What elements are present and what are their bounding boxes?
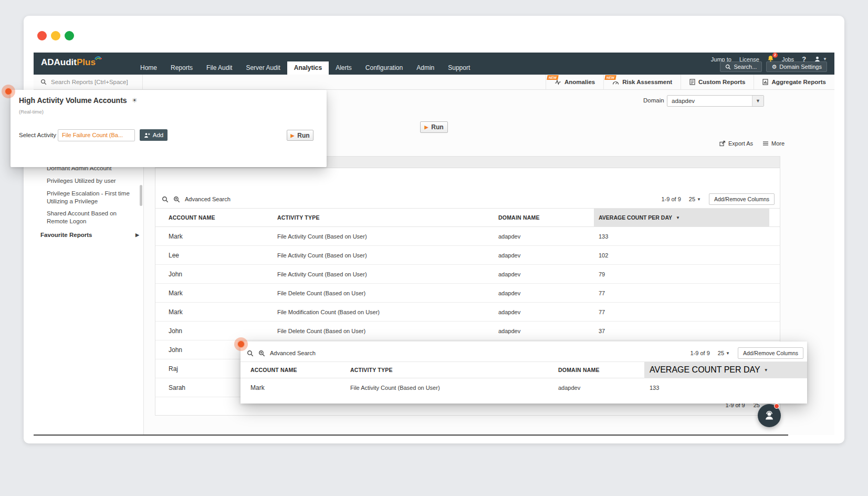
cell-account: Sarah <box>169 384 185 391</box>
tab-analytics[interactable]: Analytics <box>287 61 329 75</box>
table-header: ACCOUNT NAME ACTIVITY TYPE DOMAIN NAME A… <box>155 208 780 227</box>
table-toolbar-right: 1-9 of 9 25 ▼ Add/Remove Columns <box>661 193 775 205</box>
chevron-down-icon: ▼ <box>697 197 701 202</box>
advanced-search-icon[interactable] <box>258 350 265 357</box>
document-icon <box>689 79 695 85</box>
aggregate-reports-link[interactable]: Aggregate Reports <box>754 75 834 89</box>
gauge-icon <box>612 79 619 85</box>
table-row[interactable]: Mark File Activity Count (Based on User)… <box>155 227 780 246</box>
column-domain-name[interactable]: DOMAIN NAME <box>498 214 540 221</box>
tab-admin[interactable]: Admin <box>410 61 441 75</box>
table-row[interactable]: John File Delete Count (Based on User) a… <box>155 322 780 340</box>
advanced-search-label[interactable]: Advanced Search <box>270 350 316 356</box>
logo-swoosh-icon <box>94 55 102 60</box>
sidebar-item-shared-account[interactable]: Shared Account Based on Remote Logon <box>47 210 131 225</box>
report-quick-links: NEW Anomalies NEW Risk Assessment <box>546 75 834 89</box>
cell-account: Lee <box>169 252 179 259</box>
cell-account: John <box>169 327 182 335</box>
bar-report-icon <box>762 79 768 85</box>
select-activity-label: Select Activity <box>19 129 56 141</box>
column-activity-type[interactable]: ACTIVITY TYPE <box>350 367 393 373</box>
cell-domain: adapdev <box>558 385 580 391</box>
app-logo[interactable]: ADAuditPlus <box>41 57 104 68</box>
more-button[interactable]: More <box>762 140 785 147</box>
table-row[interactable]: John File Activity Count (Based on User)… <box>155 265 780 284</box>
column-average-count-sort[interactable]: AVERAGE COUNT PER DAY ▼ <box>644 362 807 378</box>
new-badge: NEW <box>547 75 559 80</box>
cell-count: 102 <box>599 252 608 259</box>
list-icon <box>762 140 769 147</box>
risk-assessment-link[interactable]: NEW Risk Assessment <box>603 75 681 89</box>
activity-select-field[interactable]: File Failure Count (Ba... <box>58 129 135 141</box>
overlay-table-row[interactable]: Mark File Activity Count (Based on User)… <box>240 378 807 397</box>
run-report-button[interactable]: ▶ Run <box>420 121 448 133</box>
page-size-dropdown[interactable]: 25 ▼ <box>718 350 730 356</box>
tab-file-audit[interactable]: File Audit <box>200 61 239 75</box>
popup-run-button[interactable]: ▶ Run <box>287 130 313 141</box>
add-remove-columns-button[interactable]: Add/Remove Columns <box>709 193 775 205</box>
tab-reports[interactable]: Reports <box>164 61 200 75</box>
export-actions: Export As More <box>719 140 785 147</box>
column-domain-name[interactable]: DOMAIN NAME <box>558 367 600 373</box>
domain-dropdown[interactable]: adapdev ▼ <box>667 95 764 107</box>
cell-count: 77 <box>599 309 605 315</box>
sidebar-item-privileges-utilized[interactable]: Privileges Utilized by user <box>47 177 131 185</box>
zoom-window-button[interactable] <box>65 31 74 40</box>
chevron-right-icon: ▶ <box>135 232 139 237</box>
minimize-window-button[interactable] <box>51 31 60 40</box>
tab-home[interactable]: Home <box>133 61 164 75</box>
cell-account: Mark <box>169 233 183 240</box>
support-agent-icon <box>764 410 775 421</box>
report-search-input[interactable] <box>51 79 138 85</box>
search-icon[interactable] <box>162 196 169 203</box>
table-row[interactable]: Mark File Delete Count (Based on User) a… <box>155 284 780 303</box>
global-search-label: Search... <box>734 64 757 70</box>
global-search-button[interactable]: Search... <box>720 61 762 72</box>
export-icon <box>719 140 726 147</box>
cell-domain: adapdev <box>498 271 520 277</box>
aggregate-reports-label: Aggregate Reports <box>771 79 826 85</box>
column-account-name[interactable]: ACCOUNT NAME <box>169 214 215 221</box>
close-window-button[interactable] <box>37 31 47 40</box>
tab-server-audit[interactable]: Server Audit <box>239 61 287 75</box>
cell-account: John <box>169 271 182 278</box>
table-row[interactable]: Mark File Modification Count (Based on U… <box>155 303 780 322</box>
report-search <box>34 75 143 89</box>
anomalies-label: Anomalies <box>564 79 595 85</box>
column-account-name[interactable]: ACCOUNT NAME <box>250 367 297 373</box>
add-remove-columns-button[interactable]: Add/Remove Columns <box>738 347 803 359</box>
search-icon[interactable] <box>247 350 254 357</box>
export-as-button[interactable]: Export As <box>719 140 753 147</box>
popup-run-label: Run <box>297 132 309 139</box>
sidebar-scrollbar[interactable] <box>140 185 142 206</box>
sun-icon[interactable]: ☀ <box>132 97 138 104</box>
column-average-count-sort[interactable]: AVERAGE COUNT PER DAY ▼ <box>594 209 769 226</box>
sidebar-item-favourite-reports[interactable]: Favourite Reports ▶ <box>40 232 139 238</box>
advanced-search-icon[interactable] <box>173 196 180 203</box>
anomalies-link[interactable]: NEW Anomalies <box>546 75 603 89</box>
sidebar-item-privilege-escalation[interactable]: Privilege Escalation - First time Utiliz… <box>47 190 131 205</box>
overlay-table-header: ACCOUNT NAME ACTIVITY TYPE DOMAIN NAME A… <box>240 361 807 378</box>
logo-text-adaudit: ADAudit <box>41 57 77 67</box>
tab-support[interactable]: Support <box>441 61 477 75</box>
report-title: High Activity Volume Accounts <box>19 96 127 105</box>
window-controls <box>37 31 74 40</box>
tab-configuration[interactable]: Configuration <box>359 61 410 75</box>
column-activity-type[interactable]: ACTIVITY TYPE <box>277 214 320 221</box>
custom-reports-link[interactable]: Custom Reports <box>681 75 754 89</box>
overlay-toolbar-right: 1-9 of 9 25 ▼ Add/Remove Columns <box>690 347 803 359</box>
cell-count: 133 <box>650 385 659 391</box>
cell-domain: adapdev <box>498 309 520 315</box>
content-bottom-divider <box>34 435 788 436</box>
chevron-down-icon: ▼ <box>823 57 827 61</box>
advanced-search-label[interactable]: Advanced Search <box>185 196 231 202</box>
domain-settings-button[interactable]: ⚙ Domain Settings <box>766 61 827 72</box>
cell-account: Mark <box>169 308 183 316</box>
tab-alerts[interactable]: Alerts <box>329 61 359 75</box>
page-size-dropdown[interactable]: 25 ▼ <box>689 196 701 202</box>
table-row[interactable]: Lee File Activity Count (Based on User) … <box>155 246 780 265</box>
play-icon: ▶ <box>290 133 294 138</box>
cell-account: Raj <box>169 365 178 373</box>
domain-value: adapdev <box>667 98 752 104</box>
add-activity-button[interactable]: Add <box>140 129 168 141</box>
